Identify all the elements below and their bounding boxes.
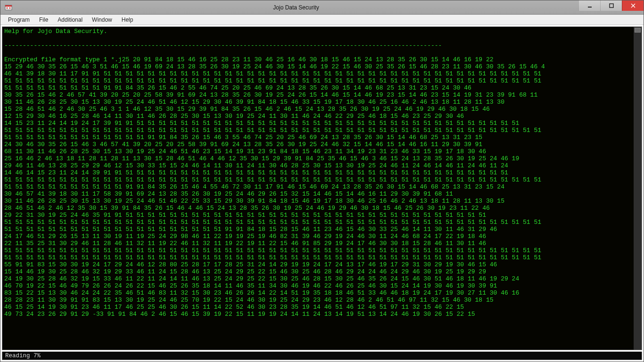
console-line: 46 70 19 22 15 46 49 79 26 26 24 26 22 1… [4, 282, 497, 289]
console-line: 51 51 51 51 51 51 51 51 51 51 51 51 51 5… [4, 127, 541, 134]
console-line: 30 46 57 41 39 18 30 11 17 58 39 91 69 2… [4, 190, 453, 197]
console-line: 28 28 23 11 30 39 91 91 83 15 13 30 19 2… [4, 296, 494, 304]
console-line: 68 11 30 11 46 26 28 25 30 15 13 30 19 2… [4, 148, 486, 155]
console-line: 51 51 51 51 51 51 51 51 51 51 51 51 51 9… [4, 134, 482, 141]
console-line: 24 19 30 25 28 46 32 19 15 33 46 11 22 1… [4, 275, 519, 282]
console-intro: Encrypted file format type 1 *.j25 20 91… [4, 56, 494, 63]
console-line: 83 15 22 15 13 30 46 24 24 22 35 46 51 4… [4, 289, 519, 296]
console-line: 51 51 51 51 51 51 51 51 51 51 51 51 51 5… [4, 219, 541, 226]
console-line: 30 11 46 26 28 25 30 15 13 30 19 25 24 4… [4, 197, 504, 205]
console-line: 46 41 39 18 30 11 17 91 91 51 51 51 51 5… [4, 70, 541, 77]
svg-rect-4 [588, 7, 592, 8]
console-line: 25 16 46 2 46 13 18 11 28 11 28 11 13 30… [4, 155, 519, 162]
console-line: 30 11 46 26 28 25 30 15 13 30 19 25 24 4… [4, 99, 504, 106]
menubar: Program File Additional Window Help [0, 15, 644, 25]
menu-program[interactable]: Program [3, 15, 34, 25]
console-line: 14 15 23 11 24 14 19 24 17 39 91 91 51 5… [4, 120, 519, 127]
minimize-button[interactable] [578, 0, 600, 11]
console-line: 51 51 51 51 51 51 51 51 51 51 51 51 51 5… [4, 247, 541, 254]
console-line: 14 46 14 15 23 11 24 14 39 91 91 51 51 5… [4, 169, 508, 176]
console-line: 46 15 25 14 19 30 91 23 46 11 17 46 25 2… [4, 304, 464, 311]
console-line: 29 46 11 46 13 28 25 29 29 46 12 15 30 3… [4, 162, 508, 169]
console-line: 55 91 91 83 15 30 30 19 24 17 29 24 46 1… [4, 261, 497, 268]
status-text: Reading 7% [5, 353, 41, 359]
console-line: 24 17 46 51 29 26 15 13 11 30 19 11 19 2… [4, 233, 486, 240]
svg-point-3 [9, 7, 11, 8]
console-line: 29 22 31 30 19 25 24 46 35 91 91 51 51 5… [4, 212, 486, 219]
app-window: Jojo Data Security Program File Addition… [0, 0, 644, 362]
console-line: 30 35 26 15 46 2 46 57 41 39 20 25 20 25… [4, 91, 537, 99]
app-icon [2, 0, 15, 15]
close-button[interactable] [622, 0, 644, 11]
console-line: 51 51 51 51 51 51 51 51 51 91 91 84 35 2… [4, 84, 471, 91]
console-view[interactable]: Help for Jojo Data Security. -----------… [2, 26, 642, 350]
console-line: 28 46 51 46 2 46 12 35 30 15 39 91 84 35… [4, 205, 490, 212]
scrollbar-thumb[interactable] [635, 28, 641, 33]
console-line: 24 30 46 30 35 26 15 46 3 46 57 41 39 20… [4, 141, 482, 148]
console-line: 12 15 29 30 46 16 25 28 46 14 11 30 11 4… [4, 113, 464, 120]
console-divider: ----------------------------------------… [4, 42, 442, 49]
console-line: 51 51 51 51 51 51 51 51 51 51 51 51 51 5… [4, 226, 497, 233]
titlebar[interactable]: Jojo Data Security [0, 0, 644, 15]
console-line: 51 51 51 51 51 51 51 51 51 51 51 51 51 5… [4, 176, 541, 183]
console-line: 51 51 51 51 51 51 51 51 51 51 51 51 51 5… [4, 77, 541, 84]
window-title: Jojo Data Security [15, 4, 644, 11]
console-line: 15 14 46 19 30 25 28 46 32 19 29 33 46 1… [4, 268, 486, 275]
console-line: 49 73 24 23 26 29 91 29 -33 91 91 84 46 … [4, 311, 475, 318]
vertical-scrollbar[interactable] [634, 27, 642, 350]
console-header: Help for Jojo Data Security. [4, 28, 107, 35]
maximize-button[interactable] [600, 0, 622, 11]
console-line: 22 11 35 25 31 30 29 46 11 28 46 11 32 1… [4, 240, 486, 247]
console-line: 15 28 46 51 46 2 46 30 25 46 3 1 1 46 12… [4, 106, 490, 113]
svg-point-2 [7, 7, 8, 8]
console-line: 51 51 51 51 51 51 51 51 51 51 51 91 91 8… [4, 183, 504, 190]
statusbar: Reading 7% [2, 352, 642, 360]
menu-window[interactable]: Window [87, 15, 117, 25]
svg-rect-1 [5, 5, 12, 7]
svg-rect-5 [610, 4, 613, 8]
menu-help[interactable]: Help [117, 15, 138, 25]
menu-additional[interactable]: Additional [53, 15, 87, 25]
console-line: 15 29 46 30 35 26 15 46 3 51 46 15 46 19… [4, 63, 545, 70]
menu-file[interactable]: File [34, 15, 53, 25]
console-line: 51 51 51 51 51 51 51 51 51 51 51 51 51 5… [4, 254, 541, 261]
